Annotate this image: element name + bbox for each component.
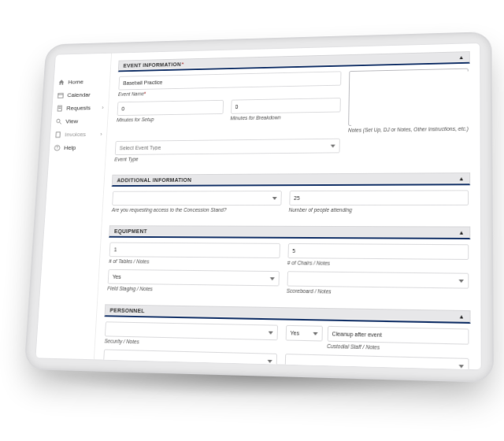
section-equipment: EQUIPMENT ▲ # of Tables / Notes [106, 225, 471, 303]
sidebar-item-label: Help [64, 144, 76, 151]
collapse-icon: ▲ [458, 230, 465, 235]
sidebar-item-view[interactable]: View [55, 117, 103, 124]
sidebar-item-calendar[interactable]: Calendar [57, 91, 105, 99]
calendar-icon [57, 92, 65, 98]
search-icon [55, 118, 62, 124]
sidebar-item-label: Requests [66, 105, 91, 112]
svg-line-6 [59, 122, 61, 124]
section-header[interactable]: ADDITIONAL INFORMATION ▲ [112, 172, 471, 187]
tables-input[interactable] [109, 243, 280, 258]
sidebar-item-requests[interactable]: Requests › [57, 104, 104, 111]
chevron-right-icon: › [100, 131, 102, 137]
setup-minutes-input[interactable] [117, 100, 224, 116]
section-title: EVENT INFORMATION [123, 61, 181, 68]
sidebar-item-invoices[interactable]: Invoices › [54, 131, 102, 138]
field-label: Field Staging / Notes [107, 286, 279, 294]
av-support-select[interactable] [284, 354, 469, 369]
section-event-information: EVENT INFORMATION * ▲ [113, 51, 470, 169]
field-label: Minutes for Setup [117, 116, 223, 123]
chevron-right-icon: › [102, 104, 104, 110]
field-label: Minutes for Breakdown [230, 113, 340, 120]
required-star-icon: * [182, 61, 184, 67]
concession-select[interactable] [112, 191, 281, 206]
field-label: Event Type [114, 154, 339, 161]
section-title: PERSONNEL [109, 307, 145, 313]
collapse-icon: ▲ [458, 313, 465, 320]
invoices-icon [54, 132, 61, 138]
event-type-select[interactable] [115, 139, 340, 155]
section-additional-information: ADDITIONAL INFORMATION ▲ Are you request… [109, 172, 470, 220]
collapse-icon: ▲ [458, 176, 465, 181]
field-label: Notes (Set Up, DJ or Notes, Other Instru… [348, 126, 469, 133]
scoreboard-operator-select[interactable] [103, 349, 277, 369]
sidebar-item-label: Calendar [67, 91, 91, 98]
breakdown-minutes-input[interactable] [231, 98, 341, 114]
field-label: # of Tables / Notes [109, 258, 280, 265]
home-icon [58, 79, 65, 85]
svg-rect-7 [56, 132, 60, 138]
help-icon: ? [54, 145, 61, 152]
sidebar-item-help[interactable]: ? Help [54, 144, 102, 151]
scoreboard-select[interactable] [287, 271, 469, 288]
svg-text:?: ? [56, 146, 58, 150]
sidebar-item-label: View [65, 118, 78, 125]
requests-icon [57, 105, 64, 111]
field-label: Are you requesting access to the Concess… [112, 207, 281, 213]
section-personnel: PERSONNEL ▲ Security / Notes [101, 304, 471, 369]
chairs-input[interactable] [287, 243, 469, 260]
cleanup-select[interactable]: Yes [285, 325, 322, 342]
svg-point-5 [57, 119, 61, 122]
screen: Home Calendar Requests › [35, 43, 481, 370]
staging-select[interactable]: Yes [108, 269, 280, 287]
cleanup-note-input[interactable]: Cleanup after event [327, 326, 469, 345]
svg-rect-0 [57, 93, 63, 98]
sidebar-item-label: Home [68, 79, 83, 86]
attendance-input[interactable] [289, 190, 469, 206]
sidebar-item-label: Invoices [65, 131, 86, 138]
notes-textarea[interactable] [348, 69, 469, 126]
field-label: Custodial Staff / Notes [327, 343, 469, 353]
field-label: # of Chairs / Notes [287, 260, 469, 267]
tablet-frame: Home Calendar Requests › [24, 32, 494, 383]
main-panel: EVENT INFORMATION * ▲ [94, 43, 481, 369]
field-label: Number of people attending [289, 207, 469, 213]
section-title: ADDITIONAL INFORMATION [117, 177, 191, 183]
security-select[interactable] [105, 321, 278, 340]
field-label: Scoreboard Operator [102, 366, 276, 370]
field-label: Scoreboard / Notes [287, 288, 469, 296]
collapse-icon: ▲ [458, 54, 464, 60]
sidebar-item-home[interactable]: Home [58, 78, 106, 86]
section-title: EQUIPMENT [114, 228, 147, 234]
